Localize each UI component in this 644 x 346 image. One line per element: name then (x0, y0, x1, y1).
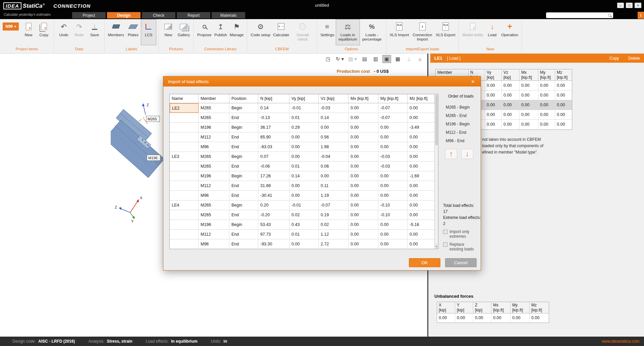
plates-labels-button[interactable]: Plates (125, 19, 141, 45)
xls-import-button[interactable]: XLS ↓ XLS Import (388, 19, 411, 45)
item-selector-dropdown[interactable]: N99 ▾ (3, 22, 19, 31)
calculate-button[interactable]: + − Calculate (272, 19, 290, 45)
column-header: Vy [kip] (289, 94, 319, 103)
load-effect-row[interactable]: M112 End 65.90 0.00 0.56 0.00 0.00 0.00 (170, 132, 438, 142)
supports-view-icon[interactable]: ⊥ (405, 55, 413, 63)
info-button[interactable]: i (638, 12, 644, 19)
extreme-load-effects-value: 2 (443, 221, 481, 227)
members-labels-button[interactable]: Members (107, 19, 125, 45)
import-only-extremes-checkbox[interactable]: Import only extremes (443, 229, 478, 239)
move-down-button[interactable]: ↓ (461, 149, 473, 159)
xls-export-button[interactable]: XLS ↑ XLS Export (434, 19, 457, 45)
search-icon[interactable] (608, 14, 611, 17)
save-button[interactable]: ↓ Save (87, 19, 102, 45)
tab-design[interactable]: Design (107, 12, 141, 18)
load-button[interactable]: ↓ Load (484, 19, 500, 45)
load-effect-row[interactable]: M112 End 31.69 0.00 0.11 0.00 0.00 0.00 (170, 181, 438, 191)
view-front-icon[interactable]: ▥ (371, 55, 380, 63)
order-of-loads-title: Order of loads (443, 94, 479, 99)
load-effect-row[interactable]: M96 End -63.03 0.00 1.98 0.00 0.00 0.00 (170, 142, 438, 152)
load-effect-row[interactable]: M196 Begin 17.26 0.14 0.00 0.00 0.00 -1.… (170, 171, 438, 181)
tagline: Calculate yesterday's estimates (4, 13, 51, 16)
zoom-fit-icon[interactable]: ◳ (324, 55, 332, 63)
propose-button[interactable]: Propose (196, 19, 213, 45)
solid-view-icon[interactable]: ▣ (382, 55, 391, 63)
replace-existing-loads-checkbox[interactable]: Replace existing loads (443, 242, 478, 252)
scrollbar-thumb[interactable] (435, 95, 438, 145)
load-effect-row[interactable]: M265 End -0.20 0.02 0.19 0.00 -0.10 0.00 (170, 210, 438, 220)
move-up-button[interactable]: ↑ (445, 149, 457, 159)
load-effect-row[interactable]: M96 End -93.30 0.00 2.72 0.00 0.00 0.00 (170, 239, 438, 249)
new-item-button[interactable]: + New (21, 19, 36, 45)
publish-button[interactable]: ↥ Publish (213, 19, 228, 45)
order-item[interactable]: M196 - Begin (446, 120, 470, 128)
load-effect-row[interactable]: LE3 M265 Begin 0.07 0.00 -0.04 0.00 -0.0… (170, 152, 438, 162)
restore-icon[interactable]: □ (626, 3, 633, 8)
redo-button[interactable]: ↷ Redo (71, 19, 87, 45)
checkbox-icon[interactable] (443, 242, 447, 247)
checkbox-icon[interactable] (443, 230, 447, 234)
model-entity-button[interactable]: + Model entity (461, 19, 484, 45)
close-icon[interactable]: × (470, 79, 476, 84)
operation-button[interactable]: + Operation (500, 19, 520, 45)
manage-button[interactable]: ⚑ Manage (228, 19, 245, 45)
section-box-icon[interactable]: ▧ ▾ (347, 55, 358, 63)
search-input[interactable] (548, 13, 608, 17)
load-effect-row[interactable]: LE2 M265 Begin 0.14 -0.01 -0.03 0.00 -0.… (170, 103, 438, 113)
tab-materials[interactable]: Materials (212, 12, 245, 18)
table-scrollbar[interactable]: ▼ (435, 94, 438, 249)
overall-check-button[interactable]: ✓ Overall check (290, 19, 315, 45)
column-header: Mx [kip.ft] (491, 302, 511, 313)
load-effect-row[interactable]: M196 Begin 53.43 0.43 0.02 0.00 0.00 -5.… (170, 220, 438, 230)
lcs-labels-button[interactable]: LCS (141, 19, 156, 45)
ok-button[interactable]: OK (409, 258, 440, 267)
load-effect-row[interactable]: M265 End -0.06 0.01 0.06 0.00 -0.03 0.00 (170, 162, 438, 171)
order-of-loads-list: M265 - BeginM265 - EndM196 - BeginM112 -… (446, 103, 470, 145)
copy-load-button[interactable]: Copy (609, 56, 619, 61)
wireframe-view-icon[interactable]: ▦ (393, 55, 402, 63)
load-effect-row[interactable]: M112 End 97.73 0.01 1.12 0.00 0.00 0.00 (170, 230, 438, 239)
connection-import-button[interactable]: ⇩ Connection Import (410, 19, 434, 45)
load-effect-row[interactable]: M265 End -0.13 0.01 0.14 0.00 -0.07 0.00 (170, 113, 438, 123)
tab-project[interactable]: Project (72, 12, 106, 18)
delete-load-button[interactable]: Delete (628, 56, 640, 61)
new-picture-button[interactable]: + New (161, 19, 176, 45)
gallery-button[interactable]: Gallery (176, 19, 192, 45)
order-item[interactable]: M96 - End (446, 137, 470, 145)
view-top-icon[interactable]: ▤ (360, 55, 369, 63)
load-effect-row[interactable]: M96 End -30.41 0.00 1.19 0.00 0.00 0.00 (170, 191, 438, 200)
tab-check[interactable]: Check (142, 12, 175, 18)
order-item[interactable]: M265 - End (446, 112, 470, 120)
load-effect-row[interactable]: LE4 M265 Begin 0.20 -0.01 -0.07 0.00 -0.… (170, 200, 438, 210)
dialog-titlebar[interactable]: Import of load effects × (163, 76, 481, 86)
group-caption: Project items (2, 46, 52, 52)
order-item[interactable]: M112 - End (446, 128, 470, 137)
loads-in-equilibrium-button[interactable]: ⚖ Loads in equilibrium (336, 19, 360, 45)
load-effect-row[interactable]: M196 Begin 36.17 0.29 0.00 0.00 0.00 -3.… (170, 123, 438, 132)
chevron-down-icon: ▾ (14, 25, 16, 28)
minimize-icon[interactable]: – (617, 3, 624, 8)
main-tabs: Project Design Check Report Materials (72, 12, 245, 18)
import-load-effects-dialog: Import of load effects × Name Member Pos… (163, 76, 481, 271)
ribbon-tab-row: Calculate yesterday's estimates Project … (0, 11, 644, 19)
cancel-button[interactable]: Cancel (445, 258, 477, 267)
loads-percentage-button[interactable]: % Loads - percentage (360, 19, 384, 45)
publish-up-icon: ↥ (218, 23, 224, 30)
undo-button[interactable]: ↶ Undo (56, 19, 71, 45)
copy-item-button[interactable]: + Copy (36, 19, 52, 45)
group-caption: Import/Export loads (388, 46, 457, 52)
scroll-down-icon[interactable]: ▼ (435, 244, 438, 249)
website-link[interactable]: www.ideastatica.com (602, 339, 639, 344)
home-view-icon[interactable]: ⌂ (416, 55, 424, 63)
ribbon-group-options: ≡ Settings ⚖ Loads in equilibrium % Load… (317, 19, 386, 53)
close-window-icon[interactable]: × (635, 3, 641, 8)
ribbon-group-connection-library: Propose ↥ Publish ⚑ Manage Connection Li… (194, 19, 247, 53)
order-item[interactable]: M265 - Begin (446, 103, 470, 112)
rotate-view-icon[interactable]: ↻ ▾ (335, 55, 345, 63)
tab-report[interactable]: Report (177, 12, 210, 18)
settings-button[interactable]: ≡ Settings (319, 19, 336, 45)
ribbon-group-project-items: N99 ▾ + New + Copy Project items (0, 19, 54, 53)
total-load-effects-value: 17 (443, 209, 481, 215)
ribbon: N99 ▾ + New + Copy Project items ↶ (0, 19, 644, 54)
code-setup-button[interactable]: ⚙ Code setup (249, 19, 272, 45)
